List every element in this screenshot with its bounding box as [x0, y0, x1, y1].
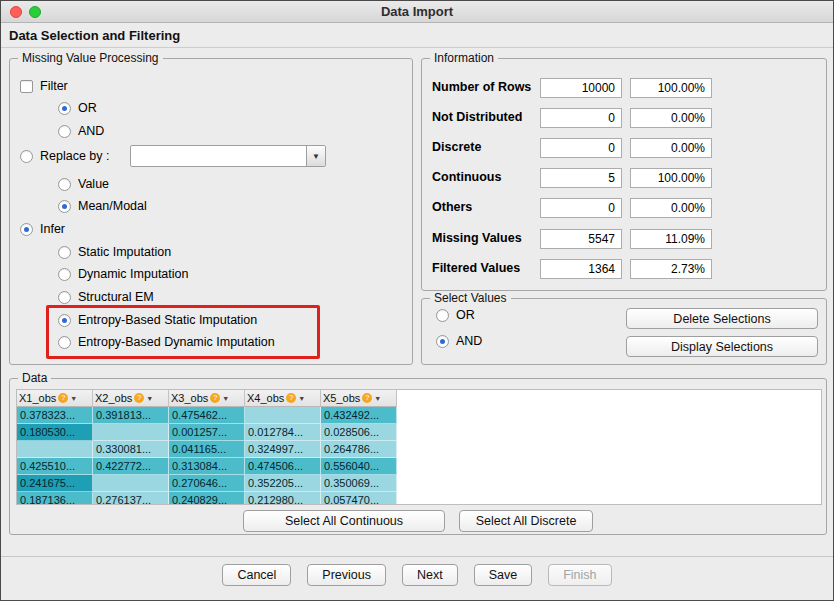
table-cell[interactable]: 0.330081... [93, 441, 169, 458]
radio-mean-modal[interactable]: Mean/Modal [58, 198, 147, 214]
title-bar[interactable]: Data Import [1, 1, 833, 23]
replace-by-combobox[interactable]: ▼ [130, 145, 326, 167]
column-menu-caret-icon[interactable]: ▼ [374, 395, 381, 402]
table-cell[interactable]: 0.057470... [321, 492, 397, 505]
info-percent-field: 0.00% [630, 198, 712, 218]
group-title: Missing Value Processing [18, 51, 163, 66]
cancel-button[interactable]: Cancel [222, 564, 291, 586]
filter-checkbox[interactable]: Filter [20, 78, 68, 94]
table-cell[interactable]: 0.264786... [321, 441, 397, 458]
table-cell[interactable]: 0.041165... [169, 441, 245, 458]
column-header-x5-obs[interactable]: X5_obs ? ▼ [321, 390, 397, 407]
radio-replace-by[interactable]: Replace by : [20, 148, 109, 164]
radio-infer[interactable]: Infer [20, 221, 65, 237]
info-value-field: 1364 [540, 259, 622, 279]
combobox-caret-icon[interactable]: ▼ [306, 146, 325, 166]
table-cell[interactable]: 0.028506... [321, 424, 397, 441]
table-cell[interactable] [17, 441, 93, 458]
column-menu-caret-icon[interactable]: ▼ [222, 395, 229, 402]
red-highlight-annotation [46, 305, 320, 359]
table-cell[interactable]: 0.276137... [93, 492, 169, 505]
data-import-dialog: Data Import Data Selection and Filtering… [0, 0, 834, 601]
column-menu-caret-icon[interactable]: ▼ [146, 395, 153, 402]
table-cell[interactable]: 0.001257... [169, 424, 245, 441]
missing-indicator-icon: ? [362, 393, 372, 403]
missing-indicator-icon: ? [286, 393, 296, 403]
save-button[interactable]: Save [474, 564, 533, 586]
table-row: 0.425510... 0.422772... 0.313084... 0.47… [17, 458, 821, 475]
information-group: Information Number of Rows 10000 100.00%… [421, 58, 827, 291]
data-table[interactable]: X1_obs ? ▼ X2_obs ? ▼ X3_obs ? ▼ X4_obs … [16, 389, 822, 505]
table-row: 0.241675... 0.270646... 0.352205... 0.35… [17, 475, 821, 492]
info-row-not-distributed: Not Distributed 0 0.00% [422, 108, 826, 128]
table-cell[interactable]: 0.180530... [17, 424, 93, 441]
table-cell[interactable]: 0.241675... [17, 475, 93, 492]
radio-label: OR [456, 308, 475, 322]
column-header-x3-obs[interactable]: X3_obs ? ▼ [169, 390, 245, 407]
radio-label: Mean/Modal [78, 199, 147, 213]
previous-button[interactable]: Previous [307, 564, 386, 586]
radio-static-imputation[interactable]: Static Imputation [58, 244, 171, 260]
select-all-discrete-button[interactable]: Select All Discrete [459, 510, 593, 532]
radio-structural-em[interactable]: Structural EM [58, 289, 154, 305]
column-name: X1_obs [19, 392, 56, 404]
table-cell[interactable]: 0.475462... [169, 407, 245, 424]
table-cell[interactable]: 0.432492... [321, 407, 397, 424]
table-row: 0.180530... 0.001257... 0.012784... 0.02… [17, 424, 821, 441]
table-cell[interactable]: 0.240829... [169, 492, 245, 505]
footer-divider [1, 556, 833, 557]
radio-filter-or[interactable]: OR [58, 100, 97, 116]
table-cell[interactable]: 0.425510... [17, 458, 93, 475]
column-header-x2-obs[interactable]: X2_obs ? ▼ [93, 390, 169, 407]
table-cell[interactable] [93, 424, 169, 441]
radio-label: AND [78, 124, 104, 138]
radio-select-values-or[interactable]: OR [436, 307, 475, 323]
table-cell[interactable]: 0.313084... [169, 458, 245, 475]
column-header-x1-obs[interactable]: X1_obs ? ▼ [17, 390, 93, 407]
zoom-button-icon[interactable] [29, 6, 41, 18]
table-cell[interactable]: 0.270646... [169, 475, 245, 492]
radio-dynamic-imputation[interactable]: Dynamic Imputation [58, 266, 188, 282]
table-cell[interactable] [245, 407, 321, 424]
column-header-x4-obs[interactable]: X4_obs ? ▼ [245, 390, 321, 407]
table-cell[interactable]: 0.324997... [245, 441, 321, 458]
info-label: Others [432, 200, 472, 214]
table-cell[interactable]: 0.352205... [245, 475, 321, 492]
table-row: 0.187136... 0.276137... 0.240829... 0.21… [17, 492, 821, 505]
table-cell[interactable]: 0.350069... [321, 475, 397, 492]
column-menu-caret-icon[interactable]: ▼ [70, 395, 77, 402]
radio-filter-and[interactable]: AND [58, 123, 104, 139]
radio-icon [58, 178, 71, 191]
finish-button: Finish [548, 564, 611, 586]
radio-icon [436, 309, 449, 322]
table-cell[interactable]: 0.474506... [245, 458, 321, 475]
info-percent-field: 11.09% [630, 229, 712, 249]
radio-value[interactable]: Value [58, 176, 109, 192]
info-row-missing-values: Missing Values 5547 11.09% [422, 229, 826, 249]
table-cell[interactable]: 0.212980... [245, 492, 321, 505]
missing-indicator-icon: ? [210, 393, 220, 403]
info-value-field: 10000 [540, 78, 622, 98]
display-selections-button[interactable]: Display Selections [626, 336, 818, 357]
table-cell[interactable]: 0.187136... [17, 492, 93, 505]
table-cell[interactable]: 0.391813... [93, 407, 169, 424]
column-menu-caret-icon[interactable]: ▼ [298, 395, 305, 402]
footer-buttons: Cancel Previous Next Save Finish [1, 564, 833, 586]
radio-label: Static Imputation [78, 245, 171, 259]
table-cell[interactable]: 0.556040... [321, 458, 397, 475]
delete-selections-button[interactable]: Delete Selections [626, 308, 818, 329]
table-cell[interactable]: 0.012784... [245, 424, 321, 441]
missing-indicator-icon: ? [58, 393, 68, 403]
group-title: Information [430, 51, 498, 66]
info-label: Filtered Values [432, 261, 520, 275]
next-button[interactable]: Next [402, 564, 458, 586]
close-button-icon[interactable] [10, 6, 22, 18]
info-label: Not Distributed [432, 110, 522, 124]
table-cell[interactable]: 0.378323... [17, 407, 93, 424]
table-cell[interactable]: 0.422772... [93, 458, 169, 475]
missing-indicator-icon: ? [134, 393, 144, 403]
radio-select-values-and[interactable]: AND [436, 333, 482, 349]
table-cell[interactable] [93, 475, 169, 492]
select-all-continuous-button[interactable]: Select All Continuous [243, 510, 445, 532]
data-group: Data X1_obs ? ▼ X2_obs ? ▼ X3_obs ? ▼ [9, 378, 827, 535]
